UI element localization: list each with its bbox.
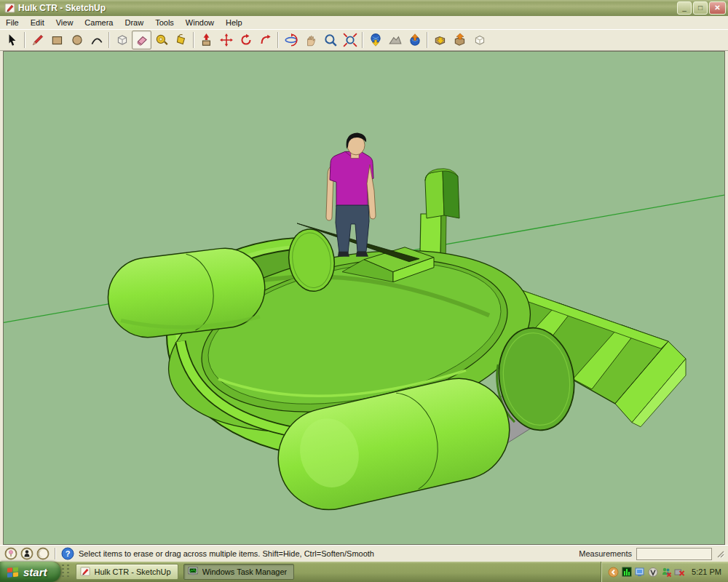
zoom-tool-button[interactable] — [320, 31, 340, 49]
menu-bar: FileEditViewCameraDrawToolsWindowHelp — [0, 16, 728, 29]
rectangle-icon — [50, 33, 65, 47]
taskbar-task-sketchup[interactable]: Hulk CTR - SketchUp — [76, 564, 178, 580]
toolbar-separator — [24, 32, 25, 48]
task-buttons: Hulk CTR - SketchUpWindows Task Manager — [71, 564, 295, 580]
measurements-label: Measurements — [579, 549, 632, 558]
window-controls: _□✕ — [676, 1, 726, 15]
select-tool-button[interactable] — [2, 31, 22, 49]
menu-help[interactable]: Help — [220, 17, 248, 28]
menu-draw[interactable]: Draw — [119, 17, 149, 28]
geolocation-pin-icon[interactable] — [4, 547, 17, 560]
drawing-viewport[interactable] — [3, 51, 725, 545]
make-component-icon — [115, 33, 130, 47]
share-model-icon — [453, 33, 467, 47]
eraser-tool-button[interactable] — [132, 31, 151, 49]
line-tool-button[interactable] — [28, 31, 47, 49]
menu-file[interactable]: File — [0, 17, 25, 28]
toolbar-separator — [362, 32, 363, 48]
title-bar: Hulk CTR - SketchUp _□✕ — [0, 0, 728, 16]
get-current-view-tool-button[interactable] — [365, 31, 385, 49]
sketchup-icon — [80, 566, 91, 578]
maximize-button[interactable]: □ — [693, 1, 708, 15]
tape-measure-tool-button[interactable] — [151, 31, 171, 49]
toolbar-separator — [108, 32, 110, 48]
pan-tool-button[interactable] — [301, 31, 320, 49]
menu-camera[interactable]: Camera — [79, 17, 119, 28]
component-tool-button[interactable] — [470, 31, 489, 49]
zoom-icon — [323, 33, 338, 47]
place-model-icon — [408, 33, 422, 47]
measurements-input[interactable] — [636, 548, 712, 560]
eraser-icon — [135, 33, 149, 47]
rectangle-tool-button[interactable] — [47, 31, 67, 49]
component-icon — [472, 33, 487, 47]
tray-icons — [622, 567, 685, 578]
close-button[interactable]: ✕ — [709, 1, 726, 15]
rotate-icon — [239, 33, 253, 47]
status-bar: ? Select items to erase or drag across m… — [0, 545, 728, 562]
circle-tool-button[interactable] — [67, 31, 87, 49]
start-label: start — [23, 566, 47, 578]
paint-bucket-tool-button[interactable] — [171, 31, 191, 49]
line-icon — [31, 33, 45, 47]
make-component-tool-button[interactable] — [112, 31, 132, 49]
move-tool-button[interactable] — [216, 31, 236, 49]
minimize-button[interactable]: _ — [677, 1, 692, 15]
svg-text:?: ? — [66, 549, 71, 558]
get-models-tool-button[interactable] — [430, 31, 450, 49]
system-tray: 5:21 PM — [601, 562, 728, 582]
start-button[interactable]: start — [0, 562, 60, 582]
arc-icon — [90, 33, 104, 47]
sketchup-window: Hulk CTR - SketchUp _□✕ FileEditViewCame… — [0, 0, 728, 582]
push-pull-icon — [199, 33, 214, 47]
windows-flag-icon — [7, 567, 19, 578]
task-title: Hulk CTR - SketchUp — [95, 567, 171, 576]
viewport-frame — [0, 51, 728, 545]
taskbar-task-task-manager[interactable]: Windows Task Manager — [183, 564, 295, 580]
offset-icon — [258, 33, 273, 47]
offset-tool-button[interactable] — [256, 31, 275, 49]
toolbar-separator — [427, 32, 428, 48]
paint-bucket-icon — [174, 33, 189, 47]
taskbar-clock: 5:21 PM — [692, 567, 721, 576]
resize-grip[interactable] — [715, 549, 725, 559]
push-pull-tool-button[interactable] — [197, 31, 216, 49]
model-person-figure[interactable] — [326, 133, 376, 257]
status-separator — [55, 548, 56, 559]
toggle-terrain-tool-button[interactable] — [385, 31, 405, 49]
credit-person-icon[interactable] — [20, 547, 33, 560]
status-message: Select items to erase or drag across mul… — [79, 549, 579, 558]
help-icon[interactable]: ? — [61, 547, 74, 560]
antivirus-tray-icon[interactable] — [648, 567, 659, 578]
select-icon — [5, 33, 20, 47]
share-model-tool-button[interactable] — [450, 31, 470, 49]
menu-tools[interactable]: Tools — [149, 17, 180, 28]
window-title: Hulk CTR - SketchUp — [18, 3, 676, 13]
orbit-tool-button[interactable] — [281, 31, 301, 49]
zoom-extents-icon — [343, 33, 357, 47]
display-tray-icon[interactable] — [635, 567, 646, 578]
circle-icon — [70, 33, 84, 47]
partial-circle-icon[interactable] — [36, 547, 50, 560]
orbit-icon — [284, 33, 298, 47]
hide-icons-chevron[interactable] — [608, 567, 619, 578]
menu-window[interactable]: Window — [180, 17, 220, 28]
get-models-icon — [433, 33, 448, 47]
tape-measure-icon — [154, 33, 169, 47]
quicklaunch-grip[interactable] — [62, 565, 64, 579]
menu-edit[interactable]: Edit — [25, 17, 50, 28]
pan-icon — [304, 33, 318, 47]
device-disconnected-tray-icon[interactable] — [674, 567, 685, 578]
users-alert-tray-icon[interactable] — [661, 567, 672, 578]
rotate-tool-button[interactable] — [236, 31, 256, 49]
drawing-canvas[interactable] — [4, 52, 724, 544]
arc-tool-button[interactable] — [87, 31, 106, 49]
taskbar: start Hulk CTR - SketchUpWindows Task Ma… — [0, 562, 728, 582]
menu-view[interactable]: View — [50, 17, 79, 28]
zoom-extents-tool-button[interactable] — [340, 31, 360, 49]
toggle-terrain-icon — [388, 33, 403, 47]
task-manager-icon — [188, 566, 199, 578]
quicklaunch-grip[interactable] — [67, 565, 69, 579]
cpu-meter-tray-icon[interactable] — [622, 567, 633, 578]
place-model-tool-button[interactable] — [405, 31, 424, 49]
